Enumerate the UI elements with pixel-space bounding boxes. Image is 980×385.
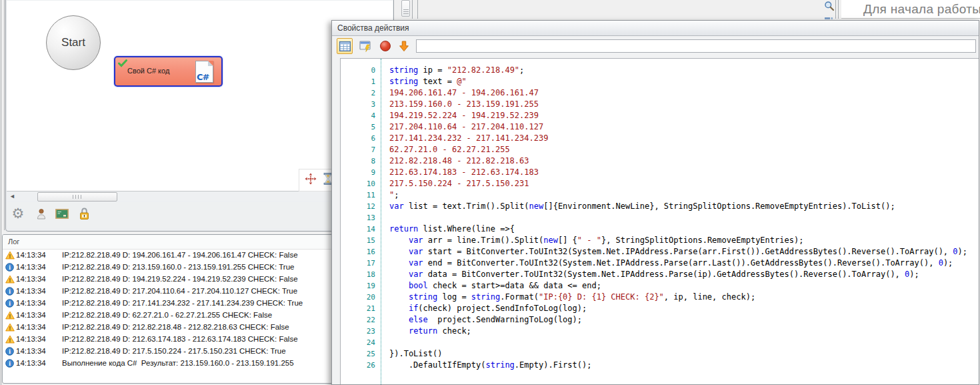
- start-node[interactable]: Start: [46, 15, 101, 70]
- code-token: [389, 236, 409, 245]
- code-token: [389, 258, 409, 268]
- code-line[interactable]: 24: [341, 337, 979, 348]
- line-number: 4: [341, 110, 375, 121]
- properties-title: Свойства действия: [332, 21, 409, 35]
- user-icon[interactable]: [33, 205, 49, 222]
- code-token: if: [409, 304, 418, 313]
- log-message: IP:212.82.218.49 D: 217.204.110.64 - 217…: [62, 287, 297, 295]
- code-token: var: [409, 258, 423, 268]
- code-token: string: [389, 65, 418, 75]
- log-message: IP:212.82.218.49 D: 212.82.218.48 - 212.…: [62, 323, 289, 331]
- code-line[interactable]: 19 bool check = start>=data && data <= e…: [341, 280, 979, 292]
- line-number: 12: [341, 201, 375, 212]
- line-number: 26: [341, 360, 375, 371]
- move-icon[interactable]: [305, 173, 317, 187]
- scroll-left-arrow-icon[interactable]: ◄: [9, 192, 15, 201]
- svg-text:i: i: [9, 300, 11, 307]
- code-token: end = BitConverter.ToUInt32(System.Net.I…: [423, 258, 939, 268]
- code-line[interactable]: 25}).ToList(): [341, 348, 979, 360]
- code-token: var: [409, 270, 423, 279]
- code-window-button[interactable]: [357, 38, 373, 54]
- code-token: new: [543, 236, 558, 245]
- code-line[interactable]: 26 .DefaultIfEmpty(string.Empty).First()…: [341, 360, 979, 371]
- code-line[interactable]: 21 if(check) project.SendInfoToLog(log);: [341, 303, 979, 314]
- record-button[interactable]: [377, 38, 393, 54]
- code-token: );: [909, 270, 919, 279]
- splitter[interactable]: [838, 0, 839, 19]
- code-token: arr = line.Trim().Split(: [423, 236, 544, 245]
- code-line[interactable]: 17 var end = BitConverter.ToUInt32(Syste…: [341, 258, 979, 269]
- code-token: );: [958, 247, 967, 256]
- line-number: 23: [341, 326, 375, 337]
- code-token: string: [486, 360, 515, 370]
- csharp-file-icon: C#: [195, 61, 213, 83]
- record-icon: [380, 41, 391, 51]
- code-line[interactable]: 5217.204.110.64 - 217.204.110.127: [341, 121, 979, 133]
- code-line[interactable]: 762.27.21.0 - 62.27.21.255: [341, 144, 979, 155]
- warning-icon: !: [5, 323, 15, 332]
- code-line[interactable]: 22 else project.SendWarningToLog(log);: [341, 314, 979, 326]
- board-icon[interactable]: [54, 205, 70, 222]
- v-scrollbar-thumb[interactable]: [401, 0, 410, 17]
- code-line[interactable]: 8212.82.218.48 - 212.82.218.63: [341, 155, 979, 167]
- search-icon[interactable]: [824, 1, 835, 11]
- code-token: [389, 326, 409, 336]
- code-token: project.SendWarningToLog(log);: [428, 315, 582, 324]
- lock-icon[interactable]: [76, 205, 92, 222]
- code-token: [389, 292, 409, 302]
- code-line[interactable]: 12var list = text.Trim().Split(new[]{Env…: [341, 201, 979, 212]
- log-message: IP:212.82.218.49 D: 217.5.150.224 - 217.…: [62, 347, 286, 355]
- code-line[interactable]: 11";: [341, 189, 979, 201]
- log-message: IP:212.82.218.49 D: 194.219.52.224 - 194…: [62, 275, 298, 283]
- grid-view-button[interactable]: [337, 38, 353, 54]
- code-line[interactable]: 6217.141.234.232 - 217.141.234.239: [341, 133, 979, 144]
- line-number: 6: [341, 133, 375, 144]
- code-line[interactable]: 2194.206.161.47 - 194.206.161.47: [341, 87, 979, 99]
- action-block-csharp[interactable]: Свой C# код C#: [114, 56, 223, 87]
- page-fold: [208, 61, 213, 66]
- svg-text:i: i: [9, 264, 11, 271]
- line-number: 25: [341, 348, 375, 360]
- svg-text:i: i: [9, 348, 11, 355]
- code-token: text =: [418, 77, 457, 86]
- code-line[interactable]: 20 string log = string.Format("IP:{0} D:…: [341, 292, 979, 303]
- properties-title-bar[interactable]: Свойства действия: [332, 21, 979, 36]
- code-line[interactable]: 9212.63.174.183 - 212.63.174.183: [341, 167, 979, 178]
- filter-input[interactable]: [416, 39, 976, 53]
- code-line[interactable]: 10217.5.150.224 - 217.5.150.231: [341, 178, 979, 189]
- code-token: 213.159.160.0 - 213.159.191.255: [389, 99, 539, 109]
- svg-text:!: !: [9, 313, 11, 320]
- line-number: 3: [341, 99, 375, 110]
- log-message: IP:212.82.218.49 D: 194.206.161.47 - 194…: [62, 251, 298, 259]
- code-token: list = text.Trim().Split(: [404, 202, 529, 211]
- splitter[interactable]: [412, 0, 413, 19]
- code-line[interactable]: 4194.219.52.224 - 194.219.52.239: [341, 110, 979, 121]
- code-line[interactable]: 0string ip = "212.82.218.49";: [341, 65, 979, 76]
- code-token: [389, 304, 409, 313]
- code-line[interactable]: 16 var start = BitConverter.ToUInt32(Sys…: [341, 246, 979, 258]
- code-token: ;: [394, 190, 399, 200]
- code-token: ip =: [418, 65, 447, 75]
- code-editor[interactable]: 0string ip = "212.82.218.49";1string tex…: [340, 58, 979, 384]
- code-token: (check) project.SendInfoToLog(log);: [418, 304, 587, 313]
- h-scrollbar-thumb[interactable]: [37, 192, 117, 202]
- svg-text:i: i: [9, 288, 11, 295]
- code-line[interactable]: 15 var arr = line.Trim().Split(new[] {" …: [341, 235, 979, 246]
- warning-icon: !: [5, 311, 15, 320]
- code-line[interactable]: 13: [341, 212, 979, 224]
- code-line[interactable]: 1string text = @": [341, 76, 979, 87]
- download-arrow-button[interactable]: [396, 38, 412, 54]
- code-token: var: [409, 236, 423, 245]
- code-line[interactable]: 23 return check;: [341, 326, 979, 337]
- code-token: log =: [437, 292, 471, 302]
- code-line[interactable]: 18 var data = BitConverter.ToUInt32(Syst…: [341, 269, 979, 280]
- list-icon[interactable]: [825, 13, 833, 19]
- line-number: 9: [341, 167, 375, 178]
- splitter[interactable]: [417, 0, 418, 19]
- code-token: 0: [953, 247, 957, 256]
- splitter[interactable]: [835, 0, 836, 19]
- code-line[interactable]: 14return list.Where(line =>{: [341, 224, 979, 235]
- settings-icon[interactable]: ⚙: [10, 205, 26, 222]
- code-line[interactable]: 3213.159.160.0 - 213.159.191.255: [341, 99, 979, 110]
- code-token: check = start>=data && data <= end;: [428, 281, 601, 290]
